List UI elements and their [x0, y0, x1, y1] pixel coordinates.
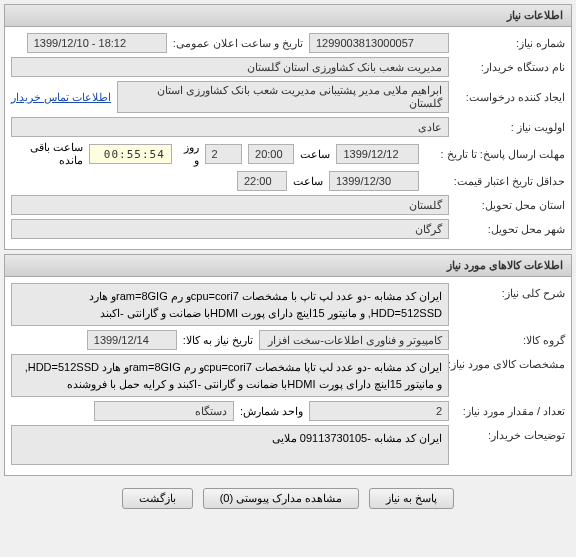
- deadline-time-field: 20:00: [248, 144, 294, 164]
- goods-info-header: اطلاعات کالاهای مورد نیاز: [5, 255, 571, 277]
- city-field: گرگان: [11, 219, 449, 239]
- action-bar: پاسخ به نیاز مشاهده مدارک پیوستی (0) باز…: [0, 480, 576, 517]
- attachments-button[interactable]: مشاهده مدارک پیوستی (0): [203, 488, 360, 509]
- announce-label: تاریخ و ساعت اعلان عمومی:: [173, 37, 303, 50]
- desc-field: ایران کد مشابه -دو عدد لپ تاپ با مشخصات …: [11, 283, 449, 326]
- org-label: نام دستگاه خریدار:: [455, 61, 565, 74]
- need-info-header: اطلاعات نیاز: [5, 5, 571, 27]
- notes-label: توضیحات خریدار:: [455, 425, 565, 442]
- credit-date-field: 1399/12/30: [329, 171, 419, 191]
- group-field: کامپیوتر و فناوری اطلاعات-سخت افزار: [259, 330, 449, 350]
- spec-field: ایران کد مشابه -دو عدد لپ تاپا مشخصات cp…: [11, 354, 449, 397]
- deadline-label: مهلت ارسال پاسخ: تا تاریخ :: [425, 148, 565, 161]
- need-date-field: 1399/12/14: [87, 330, 177, 350]
- remain-days-field: 2: [205, 144, 242, 164]
- priority-field: عادی: [11, 117, 449, 137]
- remain-label: ساعت باقی مانده: [11, 141, 83, 167]
- need-info-panel: اطلاعات نیاز شماره نیاز: 129900381300005…: [4, 4, 572, 250]
- goods-info-body: شرح کلی نیاز: ایران کد مشابه -دو عدد لپ …: [5, 277, 571, 475]
- notes-field: ایران کد مشابه -09113730105 ملایی: [11, 425, 449, 465]
- need-info-body: شماره نیاز: 1299003813000057 تاریخ و ساع…: [5, 27, 571, 249]
- buyer-contact-link[interactable]: اطلاعات تماس خریدار: [11, 91, 111, 104]
- spec-label: مشخصات کالای مورد نیاز:: [455, 354, 565, 371]
- credit-label: حداقل تاریخ اعتبار قیمت:: [425, 175, 565, 188]
- priority-label: اولویت نیاز :: [455, 121, 565, 134]
- request-no-label: شماره نیاز:: [455, 37, 565, 50]
- creator-field: ابراهیم ملایی مدیر پشتیبانی مدیریت شعب ب…: [117, 81, 449, 113]
- time-label-1: ساعت: [300, 148, 330, 161]
- desc-label: شرح کلی نیاز:: [455, 283, 565, 300]
- request-no-field: 1299003813000057: [309, 33, 449, 53]
- city-label: شهر محل تحویل:: [455, 223, 565, 236]
- need-date-label: تاریخ نیاز به کالا:: [183, 334, 253, 347]
- deliver-field: گلستان: [11, 195, 449, 215]
- deadline-date-field: 1399/12/12: [336, 144, 419, 164]
- creator-label: ایجاد کننده درخواست:: [455, 91, 565, 104]
- announce-field: 1399/12/10 - 18:12: [27, 33, 167, 53]
- back-button[interactable]: بازگشت: [122, 488, 193, 509]
- reply-button[interactable]: پاسخ به نیاز: [369, 488, 454, 509]
- qty-label: تعداد / مقدار مورد نیاز:: [455, 405, 565, 418]
- goods-info-panel: اطلاعات کالاهای مورد نیاز شرح کلی نیاز: …: [4, 254, 572, 476]
- qty-field: 2: [309, 401, 449, 421]
- unit-field: دستگاه: [94, 401, 234, 421]
- unit-label: واحد شمارش:: [240, 405, 303, 418]
- org-field: مدیریت شعب بانک کشاورزی استان گلستان: [11, 57, 449, 77]
- time-label-2: ساعت: [293, 175, 323, 188]
- credit-time-field: 22:00: [237, 171, 287, 191]
- remain-time-field: 00:55:54: [89, 144, 172, 164]
- deliver-label: استان محل تحویل:: [455, 199, 565, 212]
- group-label: گروه کالا:: [455, 334, 565, 347]
- day-label: روز و: [178, 141, 199, 167]
